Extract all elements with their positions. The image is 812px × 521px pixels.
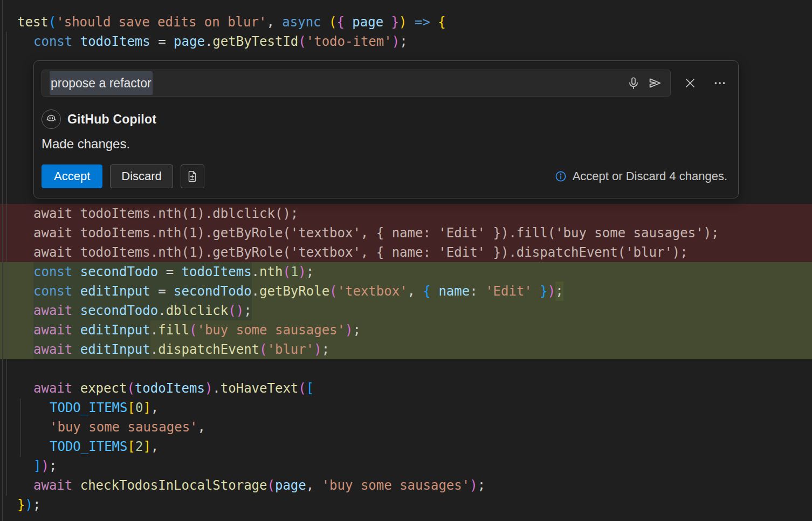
code-line[interactable]: const secondTodo = todoItems.nth(1); — [0, 262, 812, 282]
send-icon — [648, 76, 663, 91]
microphone-button[interactable] — [623, 72, 644, 94]
editor-left-border — [2, 0, 3, 521]
toggle-changes-button[interactable] — [181, 164, 204, 188]
chat-input[interactable]: propose a refactor — [42, 70, 671, 97]
code-line[interactable]: const editInput = secondTodo.getByRole('… — [0, 282, 812, 301]
more-actions-button[interactable] — [710, 72, 731, 94]
accept-button[interactable]: Accept — [42, 164, 102, 188]
code-line[interactable]: TODO_ITEMS[2], — [0, 437, 812, 456]
code-line[interactable]: }); — [0, 495, 812, 515]
code-block-removed: await todoItems.nth(1).dblclick();await … — [0, 204, 812, 262]
ellipsis-icon — [713, 76, 727, 90]
chat-message: Made changes. — [42, 134, 731, 154]
code-line[interactable]: await expect(todoItems).toHaveText([ — [0, 379, 812, 398]
info-icon — [554, 170, 567, 183]
code-line[interactable]: await editInput.fill('buy some sausages'… — [0, 320, 812, 340]
chat-input-row: propose a refactor — [42, 70, 731, 97]
inline-chat-widget: propose a refactor — [33, 60, 739, 198]
code-line[interactable]: TODO_ITEMS[0], — [0, 398, 812, 417]
close-button[interactable] — [679, 72, 700, 94]
code-line[interactable]: await todoItems.nth(1).getByRole('textbo… — [0, 243, 812, 262]
code-line[interactable]: await editInput.dispatchEvent('blur'); — [0, 340, 812, 359]
discard-button[interactable]: Discard — [110, 164, 173, 188]
code-line[interactable]: await checkTodosInLocalStorage(page, 'bu… — [0, 476, 812, 495]
indent-guide — [6, 32, 7, 496]
close-icon — [684, 77, 697, 90]
chat-actions-row: Accept Discard — [42, 164, 731, 188]
code-block-top: test('should save edits on blur', async … — [0, 0, 812, 51]
code-line[interactable]: await secondTodo.dblclick(); — [0, 301, 812, 320]
microphone-icon — [627, 76, 641, 90]
provider-name: GitHub Copilot — [67, 109, 156, 129]
code-line[interactable]: ]); — [0, 456, 812, 476]
code-block-bottom: await expect(todoItems).toHaveText([TODO… — [0, 359, 812, 515]
indent-guide — [20, 399, 21, 457]
code-line[interactable]: await todoItems.nth(1).getByRole('textbo… — [0, 223, 812, 243]
code-line[interactable]: test('should save edits on blur', async … — [0, 12, 812, 32]
document-plus-icon — [186, 170, 199, 183]
code-line[interactable] — [0, 359, 812, 379]
code-line[interactable]: 'buy some sausages', — [0, 417, 812, 437]
code-block-added: const secondTodo = todoItems.nth(1);cons… — [0, 262, 812, 359]
code-editor: test('should save edits on blur', async … — [0, 0, 812, 521]
code-line[interactable]: const todoItems = page.getByTestId('todo… — [0, 32, 812, 51]
chat-provider-row: GitHub Copilot — [42, 109, 731, 129]
copilot-icon — [42, 109, 61, 129]
code-line[interactable]: await todoItems.nth(1).dblclick(); — [0, 204, 812, 223]
changes-status-text: Accept or Discard 4 changes. — [573, 167, 727, 186]
send-button[interactable] — [644, 72, 666, 94]
changes-status: Accept or Discard 4 changes. — [554, 167, 731, 186]
chat-input-text: propose a refactor — [50, 71, 153, 95]
